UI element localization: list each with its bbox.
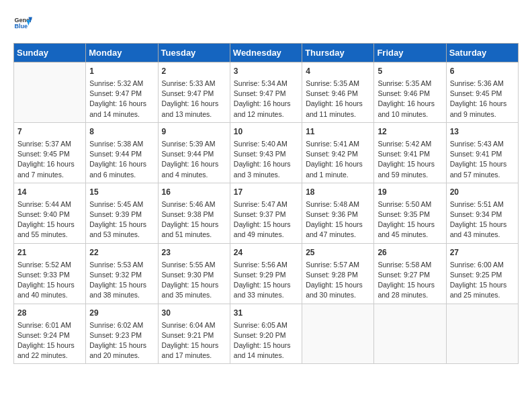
- day-info: Sunrise: 5:40 AM Sunset: 9:43 PM Dayligh…: [234, 139, 298, 180]
- svg-text:Blue: Blue: [14, 23, 28, 30]
- day-number: 13: [450, 126, 515, 138]
- header-day-saturday: Saturday: [446, 44, 518, 62]
- calendar-cell: 24Sunrise: 5:56 AM Sunset: 9:29 PM Dayli…: [230, 243, 302, 304]
- calendar-week-row: 14Sunrise: 5:44 AM Sunset: 9:40 PM Dayli…: [14, 183, 519, 243]
- calendar-cell: 11Sunrise: 5:41 AM Sunset: 9:42 PM Dayli…: [302, 122, 374, 183]
- day-info: Sunrise: 5:33 AM Sunset: 9:47 PM Dayligh…: [162, 79, 226, 120]
- day-info: Sunrise: 5:35 AM Sunset: 9:46 PM Dayligh…: [306, 79, 370, 120]
- calendar-cell: 29Sunrise: 6:02 AM Sunset: 9:23 PM Dayli…: [86, 304, 158, 364]
- day-number: 24: [234, 246, 298, 259]
- day-info: Sunrise: 5:43 AM Sunset: 9:41 PM Dayligh…: [450, 139, 515, 180]
- day-number: 12: [378, 126, 442, 138]
- calendar-cell: 16Sunrise: 5:46 AM Sunset: 9:38 PM Dayli…: [158, 183, 230, 243]
- day-number: 5: [378, 65, 442, 77]
- day-info: Sunrise: 5:39 AM Sunset: 9:44 PM Dayligh…: [162, 139, 226, 180]
- header-row: SundayMondayTuesdayWednesdayThursdayFrid…: [14, 44, 519, 62]
- day-info: Sunrise: 5:35 AM Sunset: 9:46 PM Dayligh…: [378, 79, 442, 120]
- day-info: Sunrise: 6:00 AM Sunset: 9:25 PM Dayligh…: [450, 260, 515, 301]
- day-number: 10: [234, 126, 298, 138]
- day-number: 2: [162, 65, 226, 77]
- day-number: 19: [378, 186, 442, 198]
- day-number: 21: [17, 246, 82, 259]
- calendar-week-row: 21Sunrise: 5:52 AM Sunset: 9:33 PM Dayli…: [14, 243, 519, 304]
- header-day-friday: Friday: [374, 44, 446, 62]
- day-info: Sunrise: 5:46 AM Sunset: 9:38 PM Dayligh…: [162, 199, 226, 240]
- calendar-header: SundayMondayTuesdayWednesdayThursdayFrid…: [14, 44, 519, 62]
- calendar-cell: 5Sunrise: 5:35 AM Sunset: 9:46 PM Daylig…: [374, 62, 446, 123]
- day-info: Sunrise: 5:58 AM Sunset: 9:27 PM Dayligh…: [378, 260, 442, 301]
- calendar-cell: 15Sunrise: 5:45 AM Sunset: 9:39 PM Dayli…: [86, 183, 158, 243]
- day-info: Sunrise: 5:52 AM Sunset: 9:33 PM Dayligh…: [17, 260, 82, 301]
- day-number: 25: [306, 246, 370, 259]
- calendar-cell: [302, 304, 374, 364]
- day-number: 20: [450, 186, 515, 198]
- calendar-cell: 7Sunrise: 5:37 AM Sunset: 9:45 PM Daylig…: [14, 122, 86, 183]
- header-day-thursday: Thursday: [302, 44, 374, 62]
- calendar-cell: 27Sunrise: 6:00 AM Sunset: 9:25 PM Dayli…: [446, 243, 518, 304]
- day-info: Sunrise: 5:44 AM Sunset: 9:40 PM Dayligh…: [17, 199, 82, 240]
- calendar-cell: 20Sunrise: 5:51 AM Sunset: 9:34 PM Dayli…: [446, 183, 518, 243]
- day-number: 29: [89, 307, 154, 319]
- day-number: 30: [162, 307, 226, 319]
- logo: General Blue: [13, 13, 32, 32]
- calendar-week-row: 1Sunrise: 5:32 AM Sunset: 9:47 PM Daylig…: [14, 62, 519, 123]
- calendar-cell: 19Sunrise: 5:50 AM Sunset: 9:35 PM Dayli…: [374, 183, 446, 243]
- day-number: 9: [162, 126, 226, 138]
- calendar-cell: 22Sunrise: 5:53 AM Sunset: 9:32 PM Dayli…: [86, 243, 158, 304]
- day-info: Sunrise: 5:51 AM Sunset: 9:34 PM Dayligh…: [450, 199, 515, 240]
- day-info: Sunrise: 5:37 AM Sunset: 9:45 PM Dayligh…: [17, 139, 82, 180]
- day-info: Sunrise: 6:05 AM Sunset: 9:20 PM Dayligh…: [234, 320, 298, 361]
- day-number: 31: [234, 307, 298, 319]
- calendar-week-row: 7Sunrise: 5:37 AM Sunset: 9:45 PM Daylig…: [14, 122, 519, 183]
- calendar-cell: 12Sunrise: 5:42 AM Sunset: 9:41 PM Dayli…: [374, 122, 446, 183]
- day-number: 7: [17, 126, 82, 138]
- calendar-table: SundayMondayTuesdayWednesdayThursdayFrid…: [13, 43, 519, 364]
- day-number: 22: [89, 246, 154, 259]
- day-info: Sunrise: 5:55 AM Sunset: 9:30 PM Dayligh…: [162, 260, 226, 301]
- day-info: Sunrise: 6:04 AM Sunset: 9:21 PM Dayligh…: [162, 320, 226, 361]
- calendar-cell: [446, 304, 518, 364]
- day-info: Sunrise: 5:32 AM Sunset: 9:47 PM Dayligh…: [89, 79, 154, 120]
- day-info: Sunrise: 5:42 AM Sunset: 9:41 PM Dayligh…: [378, 139, 442, 180]
- day-number: 23: [162, 246, 226, 259]
- calendar-cell: 31Sunrise: 6:05 AM Sunset: 9:20 PM Dayli…: [230, 304, 302, 364]
- day-number: 8: [89, 126, 154, 138]
- calendar-cell: 23Sunrise: 5:55 AM Sunset: 9:30 PM Dayli…: [158, 243, 230, 304]
- day-info: Sunrise: 5:57 AM Sunset: 9:28 PM Dayligh…: [306, 260, 370, 301]
- day-info: Sunrise: 5:36 AM Sunset: 9:45 PM Dayligh…: [450, 79, 515, 120]
- day-number: 18: [306, 186, 370, 198]
- day-info: Sunrise: 5:34 AM Sunset: 9:47 PM Dayligh…: [234, 79, 298, 120]
- day-info: Sunrise: 5:56 AM Sunset: 9:29 PM Dayligh…: [234, 260, 298, 301]
- calendar-cell: 8Sunrise: 5:38 AM Sunset: 9:44 PM Daylig…: [86, 122, 158, 183]
- calendar-cell: 18Sunrise: 5:48 AM Sunset: 9:36 PM Dayli…: [302, 183, 374, 243]
- header-day-wednesday: Wednesday: [230, 44, 302, 62]
- day-number: 4: [306, 65, 370, 77]
- day-info: Sunrise: 5:41 AM Sunset: 9:42 PM Dayligh…: [306, 139, 370, 180]
- day-number: 11: [306, 126, 370, 138]
- day-number: 16: [162, 186, 226, 198]
- calendar-cell: 9Sunrise: 5:39 AM Sunset: 9:44 PM Daylig…: [158, 122, 230, 183]
- header-day-monday: Monday: [86, 44, 158, 62]
- day-number: 6: [450, 65, 515, 77]
- calendar-cell: [374, 304, 446, 364]
- calendar-body: 1Sunrise: 5:32 AM Sunset: 9:47 PM Daylig…: [14, 62, 519, 364]
- day-info: Sunrise: 5:47 AM Sunset: 9:37 PM Dayligh…: [234, 199, 298, 240]
- calendar-cell: 6Sunrise: 5:36 AM Sunset: 9:45 PM Daylig…: [446, 62, 518, 123]
- day-info: Sunrise: 5:50 AM Sunset: 9:35 PM Dayligh…: [378, 199, 442, 240]
- day-info: Sunrise: 6:02 AM Sunset: 9:23 PM Dayligh…: [89, 320, 154, 361]
- calendar-cell: 2Sunrise: 5:33 AM Sunset: 9:47 PM Daylig…: [158, 62, 230, 123]
- header-day-sunday: Sunday: [14, 44, 86, 62]
- day-number: 1: [89, 65, 154, 77]
- day-number: 26: [378, 246, 442, 259]
- calendar-cell: 30Sunrise: 6:04 AM Sunset: 9:21 PM Dayli…: [158, 304, 230, 364]
- day-info: Sunrise: 5:48 AM Sunset: 9:36 PM Dayligh…: [306, 199, 370, 240]
- calendar-cell: 3Sunrise: 5:34 AM Sunset: 9:47 PM Daylig…: [230, 62, 302, 123]
- calendar-cell: [14, 62, 86, 123]
- day-number: 3: [234, 65, 298, 77]
- day-number: 15: [89, 186, 154, 198]
- day-number: 27: [450, 246, 515, 259]
- calendar-cell: 21Sunrise: 5:52 AM Sunset: 9:33 PM Dayli…: [14, 243, 86, 304]
- day-info: Sunrise: 5:53 AM Sunset: 9:32 PM Dayligh…: [89, 260, 154, 301]
- calendar-cell: 1Sunrise: 5:32 AM Sunset: 9:47 PM Daylig…: [86, 62, 158, 123]
- calendar-cell: 26Sunrise: 5:58 AM Sunset: 9:27 PM Dayli…: [374, 243, 446, 304]
